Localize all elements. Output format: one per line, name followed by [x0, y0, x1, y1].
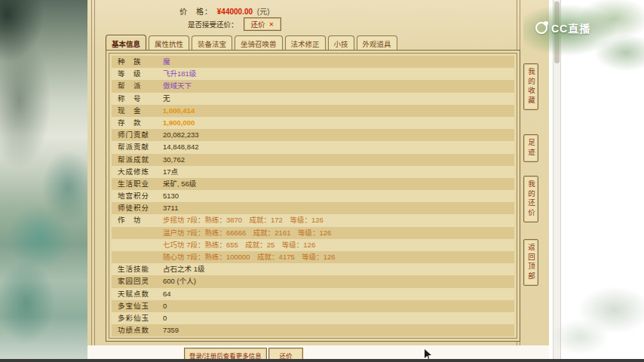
row-label: 存 款 — [118, 117, 163, 129]
row-value: 1,900,000 — [163, 117, 514, 129]
table-row: 多彩仙玉0 — [112, 312, 514, 324]
table-row: 随心坊 7段：熟练：100000 成就：4175 等级：126 — [112, 251, 514, 263]
cc-live-logo: CC直播 — [535, 20, 590, 35]
character-info-panel: 种 族魔等 级飞升181级帮 派傲域天下称 号无现 金1,000,414存 款1… — [106, 50, 520, 342]
table-row: 生活技能占石之术 1级 — [112, 263, 514, 275]
table-row: 称 号无 — [112, 93, 514, 105]
price-unit: (元) — [257, 8, 270, 16]
row-value: 0 — [163, 312, 514, 324]
row-value: 飞升181级 — [163, 68, 514, 80]
row-label: 帮派成就 — [118, 154, 163, 166]
row-value: 无 — [163, 93, 514, 105]
tab-attrs[interactable]: 属性抗性 — [149, 35, 189, 51]
cc-logo-icon — [535, 22, 547, 34]
tab-basic[interactable]: 基本信息 — [106, 35, 146, 51]
row-label: 地宫积分 — [118, 190, 163, 202]
row-label — [118, 227, 163, 239]
row-value: 1,000,414 — [163, 105, 514, 117]
row-value: 5130 — [163, 190, 514, 202]
close-icon: ✕ — [269, 21, 274, 28]
table-row: 天赋点数64 — [112, 288, 514, 300]
tab-equip[interactable]: 装备法宝 — [192, 35, 232, 51]
table-row: 现 金1,000,414 — [112, 105, 514, 117]
row-value: 魔 — [163, 56, 514, 68]
side-nav-footprints[interactable]: 足迹 — [523, 134, 538, 162]
row-value: 0 — [163, 300, 514, 312]
row-value: 600 (个人) — [163, 275, 514, 287]
table-row: 温户坊 7段：熟练：66666 成就：2161 等级：126 — [112, 227, 514, 239]
side-nav-back-to-top[interactable]: 返回顶部 — [523, 239, 538, 286]
table-row: 家园回灵600 (个人) — [112, 275, 514, 287]
table-row: 帮派贡献14,848,842 — [112, 141, 514, 153]
table-row: 大成修炼17点 — [112, 166, 514, 178]
row-label: 现 金 — [118, 105, 163, 117]
bargain-row: 是否接受还价： 还价 ✕ — [188, 17, 281, 31]
bargain-button-label: 还价 — [251, 19, 265, 29]
table-row: 功绩点数7359 — [112, 324, 514, 336]
row-label: 多彩仙玉 — [118, 312, 163, 324]
row-value: 傲域天下 — [163, 80, 514, 92]
leaf-decoration-bottom — [546, 269, 644, 360]
row-label: 作 坊 — [118, 214, 163, 226]
table-row: 师徒积分3711 — [112, 202, 514, 214]
row-value: 3711 — [163, 202, 514, 214]
row-label: 称 号 — [118, 93, 163, 105]
table-row: 帮 派傲域天下 — [112, 80, 514, 92]
table-row: 七巧坊 7段：熟练：655 成就：25 等级：126 — [112, 239, 514, 251]
tabs: 基本信息属性抗性装备法宝坐骑召唤兽法术修正小技外观道具 — [106, 35, 400, 51]
table-row: 师门贡献20,082,233 — [112, 129, 514, 141]
landscape-painting — [0, 0, 87, 360]
row-label: 生活职业 — [118, 178, 163, 190]
row-value: 17点 — [163, 166, 514, 178]
row-label: 家园回灵 — [118, 275, 163, 287]
table-row: 等 级飞升181级 — [112, 68, 514, 80]
table-row: 存 款1,900,000 — [112, 117, 514, 129]
login-register-button[interactable]: 登录/注册后查看更多信息 — [184, 348, 267, 360]
row-label — [118, 251, 163, 263]
bottom-bar — [0, 359, 644, 362]
row-label — [118, 239, 163, 251]
bargain-button[interactable]: 还价 ✕ — [244, 17, 282, 31]
table-row: 多宝仙玉0 — [112, 300, 514, 312]
table-row: 帮派成就30,762 — [112, 154, 514, 166]
tab-appearance[interactable]: 外观道具 — [357, 35, 397, 51]
footer-bargain-button[interactable]: 还价 — [268, 348, 303, 360]
tab-minor[interactable]: 小技 — [328, 35, 354, 51]
tab-spell[interactable]: 法术修正 — [285, 35, 326, 51]
table-row: 作 坊步摇坊 7段：熟练：3870 成就：172 等级：126 — [112, 214, 514, 226]
price-value: ¥44000.00 — [217, 8, 253, 16]
row-value: 7359 — [163, 324, 514, 336]
row-value: 64 — [163, 288, 514, 300]
row-value: 30,762 — [163, 154, 514, 166]
table-row: 地宫积分5130 — [112, 190, 514, 202]
table-row: 生活职业采矿, 56级 — [112, 178, 514, 190]
row-value: 14,848,842 — [163, 141, 514, 153]
price-row: 价 格： ¥44000.00 (元) — [179, 5, 270, 17]
listing-panel: 价 格： ¥44000.00 (元) 是否接受还价： 还价 ✕ 基本信息属性抗性… — [87, 0, 549, 345]
row-value: 随心坊 7段：熟练：100000 成就：4175 等级：126 — [163, 251, 514, 263]
row-value: 步摇坊 7段：熟练：3870 成就：172 等级：126 — [163, 214, 514, 226]
row-value: 七巧坊 7段：熟练：655 成就：25 等级：126 — [163, 239, 514, 251]
leaf-decoration-top — [523, 0, 644, 75]
row-label: 天赋点数 — [118, 288, 163, 300]
info-table: 种 族魔等 级飞升181级帮 派傲域天下称 号无现 金1,000,414存 款1… — [112, 56, 514, 336]
row-label: 等 级 — [118, 68, 163, 80]
row-label: 多宝仙玉 — [118, 300, 163, 312]
side-nav-my-bargains[interactable]: 我的还价 — [523, 176, 538, 222]
row-value: 温户坊 7段：熟练：66666 成就：2161 等级：126 — [163, 227, 514, 239]
left-ornament-border — [91, 0, 95, 345]
row-label: 师徒积分 — [118, 202, 163, 214]
table-row: 种 族魔 — [112, 56, 514, 68]
price-label: 价 格： — [179, 8, 213, 16]
row-label: 帮 派 — [118, 80, 163, 92]
row-label: 生活技能 — [118, 263, 163, 275]
side-nav: 我的收藏足迹我的还价返回顶部 — [523, 63, 538, 286]
row-value: 占石之术 1级 — [163, 263, 514, 275]
row-label: 师门贡献 — [118, 129, 163, 141]
page: 价 格： ¥44000.00 (元) 是否接受还价： 还价 ✕ 基本信息属性抗性… — [0, 0, 644, 362]
footer-strip: 登录/注册后查看更多信息 还价 — [87, 345, 549, 360]
row-label: 种 族 — [118, 56, 163, 68]
tab-mount[interactable]: 坐骑召唤兽 — [235, 35, 283, 51]
bargain-label: 是否接受还价： — [188, 19, 238, 29]
row-label: 大成修炼 — [118, 166, 163, 178]
